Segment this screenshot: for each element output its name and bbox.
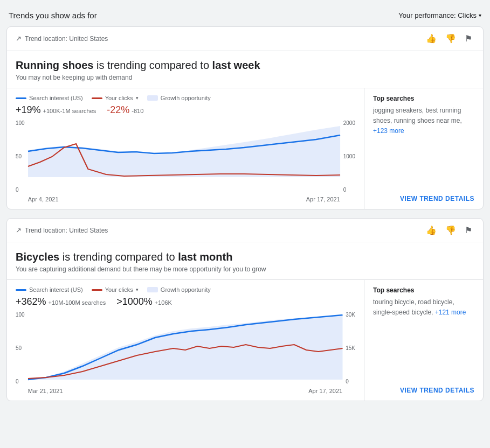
card-headline-1: Running shoes is trending compared to la… <box>16 59 474 72</box>
headline-timeframe-1: last week <box>212 59 260 71</box>
stat-sub-clicks-2: +106K <box>155 299 172 306</box>
y-label-right-mid-2: 15K <box>346 345 355 351</box>
chart-sidebar-2: Top searches touring bicycle, road bicyc… <box>364 280 483 401</box>
more-link-1[interactable]: +123 more <box>373 127 404 135</box>
stat-sub-clicks-1: -810 <box>132 108 143 114</box>
headline-timeframe-2: last month <box>178 251 232 263</box>
page-title: Trends you show ads for <box>9 11 97 20</box>
performance-label: Your performance: Clicks <box>398 11 477 19</box>
stat-pct-search-1: +19% <box>16 104 41 116</box>
flag-button-1[interactable]: ⚑ <box>463 32 474 45</box>
y-label-right-top-2: 30K <box>346 312 355 318</box>
top-searches-label-1: Top searches <box>373 95 474 102</box>
stat-pct-clicks-1: -22% <box>107 104 129 116</box>
trend-location-1: ↗ Trend location: United States <box>16 34 108 43</box>
growth-area-2 <box>28 315 343 380</box>
top-searches-text-1: jogging sneakers, best running shoes, ru… <box>373 106 474 137</box>
chart-sidebar-1: Top searches jogging sneakers, best runn… <box>364 88 483 209</box>
trend-actions-2: 👍 👎 ⚑ <box>424 224 474 236</box>
card-body-1: Running shoes is trending compared to la… <box>7 51 483 81</box>
stat-sub-search-2: +10M-100M searches <box>49 299 106 306</box>
y-label-left-top-2: 100 <box>16 312 25 318</box>
legend-line-search-2 <box>16 289 26 291</box>
stat-search-2: +362% +10M-100M searches <box>16 296 106 307</box>
legend-dropdown-2: ▾ <box>136 287 139 292</box>
stat-sub-search-1: +100K-1M searches <box>43 108 96 114</box>
y-label-right-mid-1: 1000 <box>343 153 355 159</box>
legend-your-clicks-1[interactable]: Your clicks ▾ <box>92 95 139 101</box>
thumbs-down-button-2[interactable]: 👎 <box>443 224 458 236</box>
y-label-left-mid-1: 50 <box>16 153 25 159</box>
legend-dropdown-1: ▾ <box>136 95 139 101</box>
legend-growth-2: Growth opportunity <box>147 286 211 293</box>
view-trend-link-1[interactable]: VIEW TREND DETAILS <box>373 195 474 202</box>
trend-location-2: ↗ Trend location: United States <box>16 226 108 234</box>
legend-growth-1: Growth opportunity <box>147 95 211 101</box>
thumbs-down-button-1[interactable]: 👎 <box>443 32 458 45</box>
card-subtext-2: You are capturing additional demand but … <box>16 265 474 273</box>
y-label-left-top-1: 100 <box>16 120 25 126</box>
performance-dropdown-arrow: ▾ <box>479 12 481 18</box>
trend-actions-1: 👍 👎 ⚑ <box>424 32 474 45</box>
stat-clicks-2: >1000% +106K <box>116 296 172 307</box>
flag-button-2[interactable]: ⚑ <box>463 224 474 236</box>
chart-main-2: Search interest (US) Your clicks ▾ Growt… <box>7 280 364 401</box>
legend-line-clicks-1 <box>92 97 102 99</box>
card-running-shoes: ↗ Trend location: United States 👍 👎 ⚑ Ru… <box>6 26 484 209</box>
card-subtext-1: You may not be keeping up with demand <box>16 74 474 81</box>
x-labels-2: Mar 21, 2021 Apr 17, 2021 <box>28 388 343 394</box>
card-top-bar-2: ↗ Trend location: United States 👍 👎 ⚑ <box>7 219 483 242</box>
x-labels-1: Apr 4, 2021 Apr 17, 2021 <box>28 196 340 202</box>
legend-2: Search interest (US) Your clicks ▾ Growt… <box>16 286 355 293</box>
chart-section-1: Search interest (US) Your clicks ▾ Growt… <box>7 88 483 209</box>
stats-row-1: +19% +100K-1M searches -22% -810 <box>16 104 355 116</box>
card-bicycles: ↗ Trend location: United States 👍 👎 ⚑ Bi… <box>6 218 484 401</box>
legend-line-clicks-2 <box>92 289 102 291</box>
trending-icon-1: ↗ <box>16 34 22 43</box>
y-label-right-bot-2: 0 <box>346 379 355 384</box>
thumbs-up-button-2[interactable]: 👍 <box>424 224 439 236</box>
thumbs-up-button-1[interactable]: 👍 <box>424 32 439 45</box>
stats-row-2: +362% +10M-100M searches >1000% +106K <box>16 296 355 307</box>
page-header: Trends you show ads for Your performance… <box>6 6 484 26</box>
legend-area-growth-2 <box>147 287 158 292</box>
y-label-right-top-1: 2000 <box>343 120 355 126</box>
top-searches-text-2: touring bicycle, road bicycle, single-sp… <box>373 297 474 318</box>
y-label-left-bot-2: 0 <box>16 379 25 384</box>
chart-svg-1 <box>28 118 340 193</box>
card-top-bar-1: ↗ Trend location: United States 👍 👎 ⚑ <box>7 27 483 51</box>
card-body-2: Bicycles is trending compared to last mo… <box>7 242 483 273</box>
legend-search-interest-1: Search interest (US) <box>16 95 83 101</box>
card-headline-2: Bicycles is trending compared to last mo… <box>16 251 474 263</box>
legend-your-clicks-2[interactable]: Your clicks ▾ <box>92 286 139 293</box>
chart-section-2: Search interest (US) Your clicks ▾ Growt… <box>7 279 483 401</box>
legend-1: Search interest (US) Your clicks ▾ Growt… <box>16 95 355 101</box>
y-label-left-bot-1: 0 <box>16 187 25 193</box>
headline-keyword-1: Running shoes <box>16 59 93 71</box>
legend-line-search-1 <box>16 97 26 99</box>
legend-search-interest-2: Search interest (US) <box>16 286 83 293</box>
y-label-left-mid-2: 50 <box>16 345 25 351</box>
view-trend-link-2[interactable]: VIEW TREND DETAILS <box>373 387 474 394</box>
more-link-2[interactable]: +121 more <box>435 309 466 316</box>
performance-selector[interactable]: Your performance: Clicks ▾ <box>398 11 481 19</box>
stat-search-1: +19% +100K-1M searches <box>16 104 96 116</box>
chart-main-1: Search interest (US) Your clicks ▾ Growt… <box>7 88 364 209</box>
chart-svg-2 <box>28 310 343 385</box>
headline-keyword-2: Bicycles <box>16 251 59 263</box>
trending-icon-2: ↗ <box>16 226 22 234</box>
stat-pct-search-2: +362% <box>16 296 46 307</box>
stat-clicks-1: -22% -810 <box>107 104 143 116</box>
legend-area-growth-1 <box>147 95 158 101</box>
y-label-right-bot-1: 0 <box>343 187 355 193</box>
top-searches-label-2: Top searches <box>373 286 474 294</box>
stat-pct-clicks-2: >1000% <box>116 296 153 307</box>
